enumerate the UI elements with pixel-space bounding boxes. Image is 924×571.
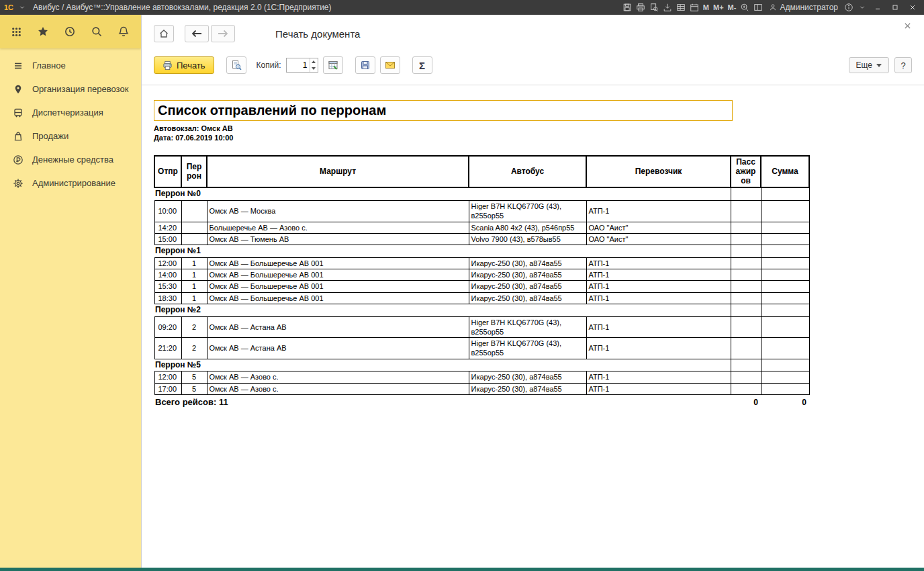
departures-table[interactable]: ОтпрПер ронМаршрутАвтобусПеревозчикПасс … <box>154 155 810 410</box>
cell-sum[interactable] <box>761 281 809 292</box>
group-passengers-cell[interactable] <box>731 359 761 371</box>
cell-time[interactable]: 09:20 <box>154 316 181 338</box>
cell-bus[interactable]: Higer B7H KLQ6770G (43), в255ор55 <box>469 316 586 338</box>
platform-group-label[interactable]: Перрон №1 <box>154 245 731 258</box>
cell-platform[interactable]: 1 <box>181 269 207 281</box>
cell-platform[interactable]: 2 <box>181 338 207 359</box>
save-button[interactable] <box>620 1 634 14</box>
cell-bus[interactable]: Higer B7H KLQ6770G (43), в255ор55 <box>469 338 586 359</box>
info-button[interactable] <box>842 1 856 14</box>
home-button[interactable] <box>154 25 174 42</box>
cell-carrier[interactable]: АТП-1 <box>586 338 731 359</box>
column-header[interactable]: Отпр <box>154 156 181 187</box>
cell-carrier[interactable]: АТП-1 <box>586 281 731 292</box>
cell-sum[interactable] <box>761 383 809 394</box>
cell-carrier[interactable]: ОАО "Аист" <box>586 222 731 233</box>
cell-sum[interactable] <box>761 371 809 383</box>
cell-route[interactable]: Омск АВ — Большеречье АВ 001 <box>207 257 469 269</box>
cell-bus[interactable]: Икарус-250 (30), а874ва55 <box>469 257 586 269</box>
cell-time[interactable]: 14:20 <box>154 222 181 233</box>
user-menu[interactable]: Администратор <box>765 3 842 12</box>
column-header[interactable]: Пасс ажир ов <box>731 156 761 187</box>
group-sum-cell[interactable] <box>761 304 809 316</box>
platform-group-label[interactable]: Перрон №2 <box>154 304 731 316</box>
cell-passengers[interactable] <box>731 269 761 281</box>
copies-input[interactable] <box>287 58 309 72</box>
cell-platform[interactable] <box>181 200 207 222</box>
zoom-button[interactable] <box>738 1 751 14</box>
cell-sum[interactable] <box>761 233 809 245</box>
main-menu-chevron[interactable] <box>15 1 29 14</box>
email-button[interactable] <box>380 56 400 74</box>
group-passengers-cell[interactable] <box>731 304 761 316</box>
cell-time[interactable]: 10:00 <box>154 200 181 222</box>
calendar-button[interactable] <box>688 1 701 14</box>
memory-recall-button[interactable]: М <box>701 3 711 11</box>
cell-bus[interactable]: Икарус-250 (30), а874ва55 <box>469 383 586 394</box>
date-line[interactable]: Дата: 07.06.2019 10:00 <box>154 134 233 142</box>
sidebar-item-dispetcherizaciya[interactable]: Диспетчеризация <box>0 101 141 124</box>
cell-sum[interactable] <box>761 200 809 222</box>
print-preview-button-titlebar[interactable] <box>647 1 661 14</box>
cell-time[interactable]: 14:00 <box>154 269 181 281</box>
preview-button[interactable] <box>226 56 246 74</box>
cell-sum[interactable] <box>761 257 809 269</box>
cell-passengers[interactable] <box>731 233 761 245</box>
cell-platform[interactable]: 1 <box>181 257 207 269</box>
cell-route[interactable]: Омск АВ — Москва <box>207 200 469 222</box>
cell-bus[interactable]: Икарус-250 (30), а874ва55 <box>469 292 586 304</box>
column-header[interactable]: Автобус <box>469 156 586 187</box>
cell-carrier[interactable]: АТП-1 <box>586 257 731 269</box>
column-header[interactable]: Перевозчик <box>586 156 731 187</box>
maximize-button[interactable] <box>886 1 904 14</box>
group-sum-cell[interactable] <box>761 187 809 200</box>
cell-time[interactable]: 21:20 <box>154 338 181 359</box>
station-line[interactable]: Автовокзал: Омск АВ <box>154 124 233 132</box>
cell-bus[interactable]: Volvo 7900 (43), в578ыв55 <box>469 233 586 245</box>
cell-route[interactable]: Омск АВ — Большеречье АВ 001 <box>207 292 469 304</box>
cell-carrier[interactable]: АТП-1 <box>586 200 731 222</box>
cell-bus[interactable]: Scania A80 4x2 (43), р546пр55 <box>469 222 586 233</box>
sum-button[interactable]: Σ <box>412 56 432 74</box>
sidebar-item-glavnoe[interactable]: Главное <box>0 54 141 77</box>
cell-route[interactable]: Омск АВ — Большеречье АВ 001 <box>207 281 469 292</box>
cell-time[interactable]: 15:30 <box>154 281 181 292</box>
cell-route[interactable]: Большеречье АВ — Азово с. <box>207 222 469 233</box>
cell-time[interactable]: 18:30 <box>154 292 181 304</box>
cell-carrier[interactable]: АТП-1 <box>586 383 731 394</box>
cell-carrier[interactable]: АТП-1 <box>586 269 731 281</box>
cell-sum[interactable] <box>761 292 809 304</box>
column-header[interactable]: Маршрут <box>207 156 469 187</box>
cell-platform[interactable] <box>181 233 207 245</box>
more-button[interactable]: Еще <box>849 57 889 73</box>
memory-plus-button[interactable]: М+ <box>711 3 726 11</box>
spreadsheet-button[interactable] <box>674 1 688 14</box>
cell-sum[interactable] <box>761 316 809 338</box>
cell-bus[interactable]: Икарус-250 (30), а874ва55 <box>469 269 586 281</box>
copies-decrement-button[interactable] <box>310 65 318 72</box>
total-sum[interactable]: 0 <box>761 394 809 410</box>
cell-time[interactable]: 12:00 <box>154 257 181 269</box>
group-sum-cell[interactable] <box>761 245 809 258</box>
group-passengers-cell[interactable] <box>731 187 761 200</box>
cell-platform[interactable]: 2 <box>181 316 207 338</box>
cell-passengers[interactable] <box>731 222 761 233</box>
group-passengers-cell[interactable] <box>731 245 761 258</box>
titlebar-chevron-button[interactable] <box>856 1 869 14</box>
cell-passengers[interactable] <box>731 292 761 304</box>
cell-platform[interactable]: 1 <box>181 281 207 292</box>
history-button[interactable] <box>64 26 76 38</box>
cell-route[interactable]: Омск АВ — Тюмень АВ <box>207 233 469 245</box>
cell-passengers[interactable] <box>731 257 761 269</box>
cell-platform[interactable]: 1 <box>181 292 207 304</box>
cell-sum[interactable] <box>761 269 809 281</box>
cell-time[interactable]: 17:00 <box>154 383 181 394</box>
platform-group-label[interactable]: Перрон №5 <box>154 359 731 371</box>
cell-passengers[interactable] <box>731 371 761 383</box>
help-button[interactable]: ? <box>894 57 912 73</box>
cell-route[interactable]: Омск АВ — Астана АВ <box>207 316 469 338</box>
column-header[interactable]: Пер рон <box>181 156 207 187</box>
cell-carrier[interactable]: ОАО "Аист" <box>586 233 731 245</box>
cell-platform[interactable]: 5 <box>181 371 207 383</box>
close-window-button[interactable] <box>904 1 921 14</box>
